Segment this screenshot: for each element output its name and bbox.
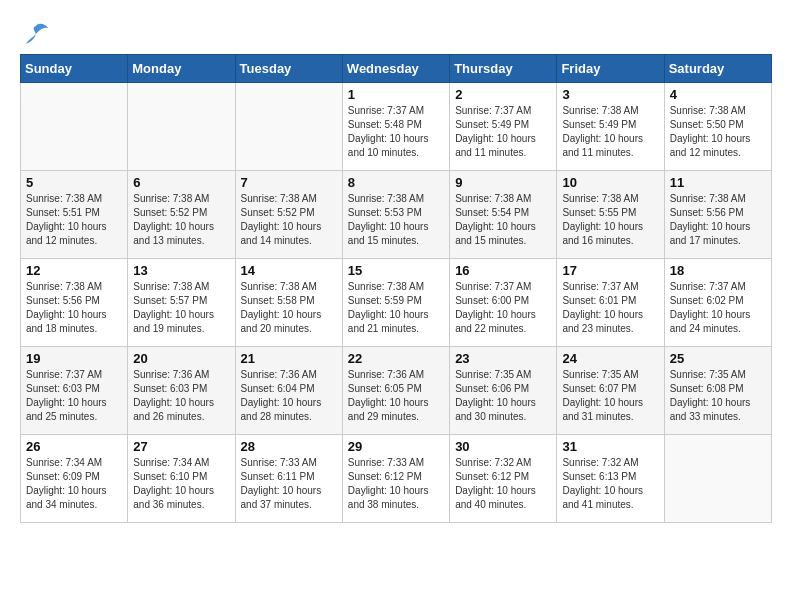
day-number: 13 [133, 263, 229, 278]
weekday-header-saturday: Saturday [664, 55, 771, 83]
day-number: 10 [562, 175, 658, 190]
day-info: Sunrise: 7:38 AMSunset: 5:50 PMDaylight:… [670, 104, 766, 160]
day-info: Sunrise: 7:37 AMSunset: 5:49 PMDaylight:… [455, 104, 551, 160]
calendar-cell: 10Sunrise: 7:38 AMSunset: 5:55 PMDayligh… [557, 171, 664, 259]
day-number: 25 [670, 351, 766, 366]
day-info: Sunrise: 7:35 AMSunset: 6:07 PMDaylight:… [562, 368, 658, 424]
day-number: 16 [455, 263, 551, 278]
week-row-5: 26Sunrise: 7:34 AMSunset: 6:09 PMDayligh… [21, 435, 772, 523]
week-row-3: 12Sunrise: 7:38 AMSunset: 5:56 PMDayligh… [21, 259, 772, 347]
calendar-cell: 7Sunrise: 7:38 AMSunset: 5:52 PMDaylight… [235, 171, 342, 259]
weekday-header-row: SundayMondayTuesdayWednesdayThursdayFrid… [21, 55, 772, 83]
calendar-cell: 31Sunrise: 7:32 AMSunset: 6:13 PMDayligh… [557, 435, 664, 523]
calendar-table: SundayMondayTuesdayWednesdayThursdayFrid… [20, 54, 772, 523]
day-number: 7 [241, 175, 337, 190]
calendar-cell [21, 83, 128, 171]
day-info: Sunrise: 7:36 AMSunset: 6:03 PMDaylight:… [133, 368, 229, 424]
day-number: 18 [670, 263, 766, 278]
day-number: 21 [241, 351, 337, 366]
day-number: 1 [348, 87, 444, 102]
calendar-cell: 11Sunrise: 7:38 AMSunset: 5:56 PMDayligh… [664, 171, 771, 259]
day-number: 2 [455, 87, 551, 102]
calendar-cell: 15Sunrise: 7:38 AMSunset: 5:59 PMDayligh… [342, 259, 449, 347]
calendar-cell: 28Sunrise: 7:33 AMSunset: 6:11 PMDayligh… [235, 435, 342, 523]
day-info: Sunrise: 7:38 AMSunset: 5:52 PMDaylight:… [133, 192, 229, 248]
day-info: Sunrise: 7:37 AMSunset: 6:03 PMDaylight:… [26, 368, 122, 424]
day-number: 5 [26, 175, 122, 190]
day-info: Sunrise: 7:38 AMSunset: 5:49 PMDaylight:… [562, 104, 658, 160]
day-info: Sunrise: 7:38 AMSunset: 5:58 PMDaylight:… [241, 280, 337, 336]
day-number: 29 [348, 439, 444, 454]
calendar-cell: 1Sunrise: 7:37 AMSunset: 5:48 PMDaylight… [342, 83, 449, 171]
calendar-cell [235, 83, 342, 171]
day-info: Sunrise: 7:37 AMSunset: 6:01 PMDaylight:… [562, 280, 658, 336]
calendar-cell: 12Sunrise: 7:38 AMSunset: 5:56 PMDayligh… [21, 259, 128, 347]
calendar-cell: 14Sunrise: 7:38 AMSunset: 5:58 PMDayligh… [235, 259, 342, 347]
week-row-2: 5Sunrise: 7:38 AMSunset: 5:51 PMDaylight… [21, 171, 772, 259]
day-number: 20 [133, 351, 229, 366]
day-number: 8 [348, 175, 444, 190]
day-number: 24 [562, 351, 658, 366]
day-info: Sunrise: 7:32 AMSunset: 6:13 PMDaylight:… [562, 456, 658, 512]
calendar-cell: 16Sunrise: 7:37 AMSunset: 6:00 PMDayligh… [450, 259, 557, 347]
calendar-cell: 4Sunrise: 7:38 AMSunset: 5:50 PMDaylight… [664, 83, 771, 171]
calendar-cell: 23Sunrise: 7:35 AMSunset: 6:06 PMDayligh… [450, 347, 557, 435]
day-info: Sunrise: 7:38 AMSunset: 5:54 PMDaylight:… [455, 192, 551, 248]
day-number: 3 [562, 87, 658, 102]
day-number: 4 [670, 87, 766, 102]
logo-bird-icon [22, 20, 50, 48]
day-info: Sunrise: 7:38 AMSunset: 5:59 PMDaylight:… [348, 280, 444, 336]
logo [20, 20, 50, 44]
day-number: 15 [348, 263, 444, 278]
day-info: Sunrise: 7:37 AMSunset: 6:02 PMDaylight:… [670, 280, 766, 336]
day-number: 12 [26, 263, 122, 278]
calendar-cell: 5Sunrise: 7:38 AMSunset: 5:51 PMDaylight… [21, 171, 128, 259]
calendar-cell: 20Sunrise: 7:36 AMSunset: 6:03 PMDayligh… [128, 347, 235, 435]
day-info: Sunrise: 7:36 AMSunset: 6:04 PMDaylight:… [241, 368, 337, 424]
day-info: Sunrise: 7:34 AMSunset: 6:09 PMDaylight:… [26, 456, 122, 512]
calendar-cell [128, 83, 235, 171]
weekday-header-friday: Friday [557, 55, 664, 83]
calendar-cell: 3Sunrise: 7:38 AMSunset: 5:49 PMDaylight… [557, 83, 664, 171]
day-info: Sunrise: 7:35 AMSunset: 6:06 PMDaylight:… [455, 368, 551, 424]
day-number: 30 [455, 439, 551, 454]
day-info: Sunrise: 7:38 AMSunset: 5:52 PMDaylight:… [241, 192, 337, 248]
calendar-cell: 17Sunrise: 7:37 AMSunset: 6:01 PMDayligh… [557, 259, 664, 347]
page-header [20, 20, 772, 44]
calendar-cell: 29Sunrise: 7:33 AMSunset: 6:12 PMDayligh… [342, 435, 449, 523]
calendar-cell: 26Sunrise: 7:34 AMSunset: 6:09 PMDayligh… [21, 435, 128, 523]
weekday-header-monday: Monday [128, 55, 235, 83]
calendar-cell: 6Sunrise: 7:38 AMSunset: 5:52 PMDaylight… [128, 171, 235, 259]
calendar-cell: 18Sunrise: 7:37 AMSunset: 6:02 PMDayligh… [664, 259, 771, 347]
day-info: Sunrise: 7:38 AMSunset: 5:57 PMDaylight:… [133, 280, 229, 336]
day-info: Sunrise: 7:37 AMSunset: 6:00 PMDaylight:… [455, 280, 551, 336]
day-info: Sunrise: 7:36 AMSunset: 6:05 PMDaylight:… [348, 368, 444, 424]
week-row-1: 1Sunrise: 7:37 AMSunset: 5:48 PMDaylight… [21, 83, 772, 171]
calendar-cell: 27Sunrise: 7:34 AMSunset: 6:10 PMDayligh… [128, 435, 235, 523]
day-info: Sunrise: 7:38 AMSunset: 5:53 PMDaylight:… [348, 192, 444, 248]
day-number: 23 [455, 351, 551, 366]
day-info: Sunrise: 7:38 AMSunset: 5:56 PMDaylight:… [26, 280, 122, 336]
calendar-cell: 21Sunrise: 7:36 AMSunset: 6:04 PMDayligh… [235, 347, 342, 435]
day-number: 26 [26, 439, 122, 454]
calendar-cell: 30Sunrise: 7:32 AMSunset: 6:12 PMDayligh… [450, 435, 557, 523]
calendar-cell: 2Sunrise: 7:37 AMSunset: 5:49 PMDaylight… [450, 83, 557, 171]
week-row-4: 19Sunrise: 7:37 AMSunset: 6:03 PMDayligh… [21, 347, 772, 435]
calendar-cell: 19Sunrise: 7:37 AMSunset: 6:03 PMDayligh… [21, 347, 128, 435]
calendar-cell: 22Sunrise: 7:36 AMSunset: 6:05 PMDayligh… [342, 347, 449, 435]
weekday-header-tuesday: Tuesday [235, 55, 342, 83]
weekday-header-thursday: Thursday [450, 55, 557, 83]
day-number: 27 [133, 439, 229, 454]
weekday-header-wednesday: Wednesday [342, 55, 449, 83]
day-number: 19 [26, 351, 122, 366]
day-number: 17 [562, 263, 658, 278]
day-info: Sunrise: 7:34 AMSunset: 6:10 PMDaylight:… [133, 456, 229, 512]
calendar-cell: 25Sunrise: 7:35 AMSunset: 6:08 PMDayligh… [664, 347, 771, 435]
day-number: 6 [133, 175, 229, 190]
calendar-cell: 13Sunrise: 7:38 AMSunset: 5:57 PMDayligh… [128, 259, 235, 347]
day-info: Sunrise: 7:33 AMSunset: 6:12 PMDaylight:… [348, 456, 444, 512]
day-info: Sunrise: 7:35 AMSunset: 6:08 PMDaylight:… [670, 368, 766, 424]
day-info: Sunrise: 7:38 AMSunset: 5:55 PMDaylight:… [562, 192, 658, 248]
day-number: 28 [241, 439, 337, 454]
day-info: Sunrise: 7:38 AMSunset: 5:56 PMDaylight:… [670, 192, 766, 248]
